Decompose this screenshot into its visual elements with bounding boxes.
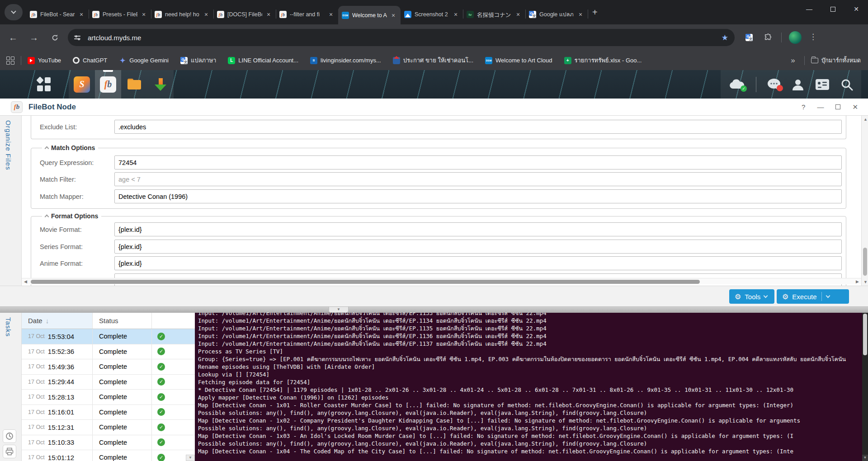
tab-search-button[interactable] <box>5 4 23 20</box>
close-button[interactable]: ✕ <box>852 103 858 111</box>
console-scroll-down-icon[interactable]: ▼ <box>862 455 868 461</box>
profile-avatar[interactable] <box>789 31 802 44</box>
bookmark-chatgpt[interactable]: ChatGPT <box>73 57 107 64</box>
bookmark-youtube[interactable]: YouTube <box>28 57 61 64</box>
browser-tab[interactable]: fb FileBot - Sear × <box>26 6 89 23</box>
table-row[interactable]: 17 Oct15:12:31 Complete ✓ <box>22 420 195 435</box>
restore-button[interactable] <box>835 104 840 109</box>
browser-tab[interactable]: tv 名探偵コナン × <box>463 6 525 23</box>
history-button[interactable] <box>3 429 16 443</box>
movie-format-input[interactable] <box>114 222 842 236</box>
dsm-app-file-station[interactable] <box>121 70 147 99</box>
tab-close-icon[interactable]: × <box>265 11 272 18</box>
result-column-header[interactable] <box>152 313 195 329</box>
help-button[interactable]: ? <box>802 103 805 111</box>
status-column-header[interactable]: Status <box>93 313 152 329</box>
bookmark-gemini[interactable]: ✦Google Gemini <box>119 57 169 64</box>
exclude-list-input[interactable] <box>114 120 842 134</box>
new-tab-button[interactable]: + <box>592 7 598 18</box>
collapse-caret-icon[interactable] <box>45 215 49 219</box>
tools-button[interactable]: ⚙ Tools <box>729 289 774 304</box>
table-row[interactable]: 17 Oct15:01:12 Complete ✓ <box>22 450 195 461</box>
bookmark-listing[interactable]: ประกาศ ขาย ให้เช่าคอนโ... <box>393 56 473 65</box>
dsm-app-filebot[interactable]: fb <box>95 70 121 99</box>
table-row[interactable]: 17 Oct15:10:33 Complete ✓ <box>22 435 195 451</box>
tab-close-icon[interactable]: × <box>327 11 335 18</box>
table-row[interactable]: 17 Oct15:52:36 Complete ✓ <box>22 344 195 360</box>
query-expression-input[interactable] <box>114 155 842 169</box>
table-row[interactable]: 17 Oct15:28:13 Complete ✓ <box>22 390 195 405</box>
match-filter-input[interactable] <box>114 172 842 186</box>
scroll-down-icon[interactable]: ▼ <box>863 279 868 285</box>
tab-close-icon[interactable]: × <box>390 12 397 19</box>
forward-button[interactable]: → <box>27 31 41 44</box>
back-button[interactable]: ← <box>6 31 20 44</box>
bookmark-line[interactable]: LLINE Official Account... <box>228 57 298 64</box>
print-button[interactable] <box>3 445 16 458</box>
browser-tab[interactable]: fb Presets - FileB × <box>89 6 151 23</box>
tab-close-icon[interactable]: × <box>203 11 210 18</box>
browser-tab[interactable]: fb --filter and fi × <box>276 6 338 23</box>
address-bar[interactable]: artcloud.myds.me ★ <box>68 29 735 46</box>
browser-menu-icon[interactable]: ⋮ <box>809 32 817 42</box>
notifications-icon[interactable] <box>767 78 781 90</box>
collapse-handle[interactable]: ▼ <box>329 307 349 313</box>
dsm-main-menu-icon[interactable] <box>37 77 52 92</box>
date-column-header[interactable]: Date ↓ <box>22 313 93 329</box>
tab-close-icon[interactable]: × <box>452 11 459 18</box>
match-mapper-input[interactable] <box>114 189 842 203</box>
minimize-button[interactable]: — <box>817 103 824 111</box>
vertical-scrollbar[interactable]: ▲ ▼ <box>861 116 868 286</box>
browser-tab-active[interactable]: DSM Welcome to A × <box>338 6 401 24</box>
bookmark-star-icon[interactable]: ★ <box>722 33 728 42</box>
user-icon[interactable] <box>792 78 804 91</box>
browser-tab[interactable]: Screenshot 2 × <box>401 6 463 23</box>
tab-close-icon[interactable]: × <box>140 11 147 18</box>
window-minimize-button[interactable]: — <box>797 0 821 18</box>
bookmark-translate[interactable]: G文แปลภาษา <box>180 56 216 65</box>
scroll-right-icon[interactable]: ▶ <box>856 278 859 285</box>
bookmark-livinginsider[interactable]: lilivinginsider.com/mys... <box>310 57 381 64</box>
log-console[interactable]: Input: /volume1/Art/Entertainment/Anime/… <box>195 313 862 461</box>
series-format-input[interactable] <box>114 240 842 254</box>
vertical-scroll-thumb[interactable] <box>863 248 867 276</box>
horizontal-scrollbar[interactable]: ◀ ▶ <box>22 278 861 284</box>
dsm-app-synology-photos[interactable]: S <box>69 70 95 99</box>
search-icon[interactable] <box>840 78 853 91</box>
console-scrollbar[interactable]: ▼ <box>862 313 868 461</box>
bookmark-artcloud[interactable]: DSMWelcome to Art Cloud <box>485 57 552 64</box>
reload-button[interactable] <box>48 31 61 44</box>
execute-button[interactable]: ⚙ Execute <box>777 289 849 304</box>
horizontal-scroll-thumb[interactable] <box>31 280 700 284</box>
table-row[interactable]: 17 Oct15:29:44 Complete ✓ <box>22 375 195 390</box>
browser-tab[interactable]: G文 Google แปลภ × <box>525 6 588 23</box>
apps-grid-icon[interactable] <box>6 56 14 65</box>
dsm-app-download-station[interactable] <box>147 70 174 99</box>
bookmarks-overflow-icon[interactable]: » <box>791 56 795 65</box>
window-close-button[interactable]: ✕ <box>844 0 868 18</box>
all-bookmarks-button[interactable]: บุ๊กมาร์กทั้งหมด <box>811 56 861 65</box>
table-row[interactable]: 17 Oct15:16:01 Complete ✓ <box>22 405 195 420</box>
console-scroll-thumb[interactable] <box>863 314 867 355</box>
table-row[interactable]: 17 Oct15:53:04 Complete ✓ <box>22 329 195 344</box>
site-settings-icon[interactable] <box>74 34 81 41</box>
window-restore-button[interactable] <box>821 0 844 18</box>
tab-close-icon[interactable]: × <box>514 11 522 18</box>
side-tab-organize-files[interactable]: Organize Files <box>5 120 12 170</box>
extensions-icon[interactable] <box>761 31 775 44</box>
panel-splitter[interactable]: ▼ <box>0 306 868 313</box>
table-scroll-down-icon[interactable]: ▼ <box>186 455 195 461</box>
widgets-icon[interactable] <box>815 79 830 90</box>
tab-close-icon[interactable]: × <box>78 11 85 18</box>
anime-format-input[interactable] <box>114 256 842 270</box>
table-row[interactable]: 17 Oct15:49:36 Complete ✓ <box>22 359 195 375</box>
translate-page-icon[interactable]: G文 <box>742 31 756 44</box>
browser-tab[interactable]: fb [DOCS] FileBo × <box>213 6 276 23</box>
side-tab-tasks[interactable]: Tasks <box>5 317 12 337</box>
tab-close-icon[interactable]: × <box>577 11 584 18</box>
browser-tab[interactable]: fb need help! ho × <box>151 6 213 23</box>
bookmark-sheet[interactable]: +รายการทรัพย์.xlsx - Goo... <box>564 56 642 65</box>
chevron-down-icon[interactable] <box>826 294 830 298</box>
scroll-left-icon[interactable]: ◀ <box>24 278 27 285</box>
scroll-up-icon[interactable]: ▲ <box>863 116 868 122</box>
